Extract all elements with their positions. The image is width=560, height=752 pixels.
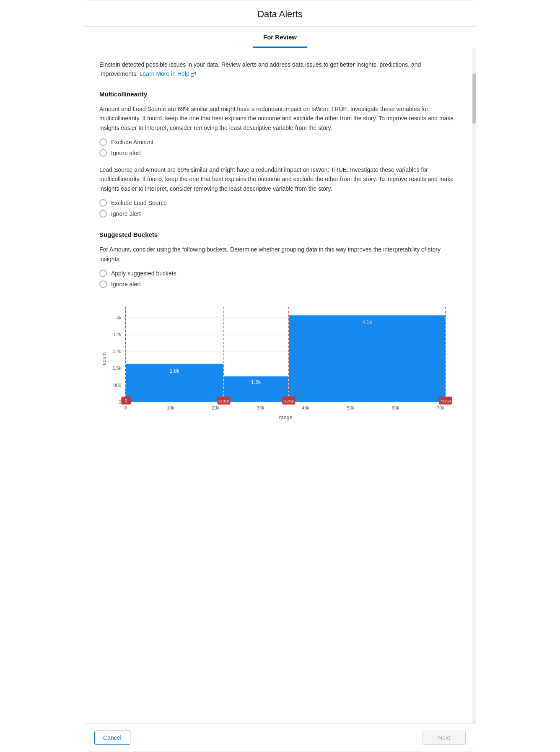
modal-header: Data Alerts <box>84 0 476 27</box>
chart-svg: 0 800 1.6k 2.4k 3.2k 4k count <box>99 298 455 432</box>
tab-for-review[interactable]: For Review <box>253 27 307 48</box>
multicollinearity-alert-1: Amount and Lead Source are 69% similar a… <box>99 104 455 157</box>
radio-circle <box>99 199 107 207</box>
svg-text:4.1k: 4.1k <box>362 319 372 325</box>
apply-buckets-radio[interactable]: Apply suggested buckets <box>99 270 455 277</box>
svg-text:70k: 70k <box>437 405 445 410</box>
alert-2-text: Lead Source and Amount are 69% similar a… <box>99 165 455 193</box>
svg-text:range: range <box>279 415 293 420</box>
buckets-radio-group: Apply suggested buckets Ignore alert <box>99 270 455 288</box>
external-link-icon <box>191 72 196 77</box>
modal-title: Data Alerts <box>84 9 476 20</box>
multicollinearity-section: Multicollinearity Amount and Lead Source… <box>99 91 455 218</box>
modal-footer: Cancel Next <box>84 723 476 752</box>
bar-3 <box>289 315 446 402</box>
svg-text:1.6k: 1.6k <box>112 366 122 371</box>
ignore-buckets-radio[interactable]: Ignore alert <box>99 280 455 288</box>
learn-more-link[interactable]: Learn More in Help <box>140 69 196 78</box>
suggested-buckets-title: Suggested Buckets <box>99 231 455 238</box>
intro-text: Einstein detected possible issues in you… <box>99 60 455 79</box>
radio-circle <box>99 280 107 288</box>
svg-text:71250: 71250 <box>440 399 451 403</box>
content-area: Einstein detected possible issues in you… <box>84 48 476 723</box>
svg-text:4k: 4k <box>116 315 121 320</box>
svg-text:50k: 50k <box>347 405 355 410</box>
next-button[interactable]: Next <box>423 731 466 745</box>
multicollinearity-title: Multicollinearity <box>99 91 455 98</box>
svg-text:40k: 40k <box>302 405 310 410</box>
svg-text:2.4k: 2.4k <box>112 349 122 354</box>
svg-text:3.2k: 3.2k <box>112 332 122 337</box>
svg-text:0: 0 <box>124 405 127 410</box>
alert-1-radio-group: Exclude Amount Ignore alert <box>99 138 455 157</box>
exclude-amount-radio[interactable]: Exclude Amount <box>99 138 455 146</box>
suggested-buckets-section: Suggested Buckets For Amount, consider u… <box>99 231 455 432</box>
radio-circle <box>99 270 107 277</box>
svg-line-1 <box>194 72 196 74</box>
tabs-bar: For Review <box>84 27 476 48</box>
exclude-leadsource-radio[interactable]: Exclude Lead Source <box>99 199 455 207</box>
radio-circle <box>99 138 107 146</box>
suggested-buckets-description: For Amount, consider using the following… <box>99 245 455 264</box>
svg-text:800: 800 <box>113 383 121 388</box>
cancel-button[interactable]: Cancel <box>94 731 130 745</box>
svg-text:36255: 36255 <box>283 399 294 403</box>
svg-text:0: 0 <box>125 399 127 403</box>
svg-text:30k: 30k <box>257 405 265 410</box>
ignore-alert-2-radio[interactable]: Ignore alert <box>99 210 455 218</box>
svg-text:20k: 20k <box>212 405 220 410</box>
buckets-chart: 0 800 1.6k 2.4k 3.2k 4k count <box>99 298 455 432</box>
alert-1-text: Amount and Lead Source are 69% similar a… <box>99 104 455 132</box>
multicollinearity-alert-2: Lead Source and Amount are 69% similar a… <box>99 165 455 218</box>
alert-2-radio-group: Exclude Lead Source Ignore alert <box>99 199 455 218</box>
svg-text:1.8k: 1.8k <box>170 368 180 373</box>
ignore-alert-1-radio[interactable]: Ignore alert <box>99 149 455 157</box>
svg-text:10k: 10k <box>167 405 175 410</box>
svg-text:21810: 21810 <box>218 399 229 403</box>
svg-text:60k: 60k <box>392 405 400 410</box>
radio-circle <box>99 210 107 218</box>
radio-circle <box>99 149 107 157</box>
svg-text:1.2k: 1.2k <box>251 379 261 385</box>
svg-text:0: 0 <box>119 399 121 405</box>
svg-text:count: count <box>101 352 107 365</box>
